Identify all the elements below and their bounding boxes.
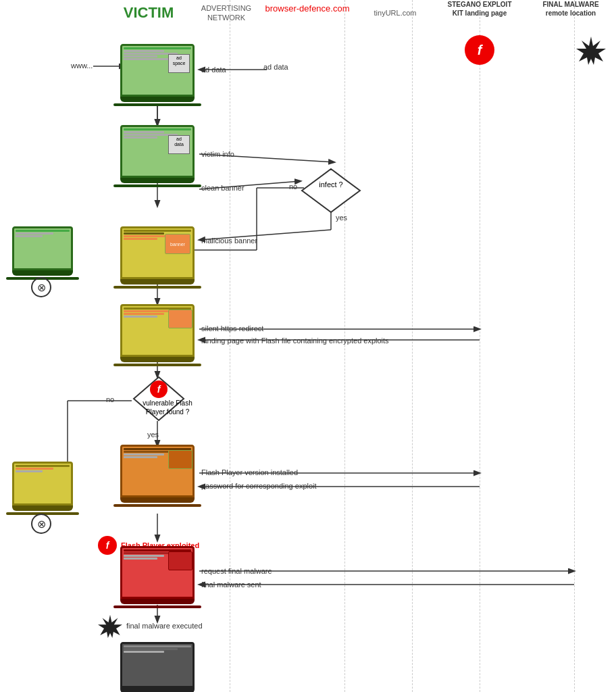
- col-tinyurl-header: tinyURL.com: [368, 8, 422, 18]
- vline-browser: [344, 0, 345, 692]
- yes2-label: yes: [147, 430, 159, 439]
- starburst-malware: [576, 35, 606, 65]
- laptop-red: [120, 546, 195, 608]
- ad-data-left-label: ad data: [201, 66, 226, 74]
- vline-tinyurl: [412, 0, 413, 692]
- landing-page-label: landing page with Flash file containing …: [201, 337, 389, 345]
- starburst-executed: [98, 614, 122, 638]
- clean-banner-label: clean banner: [201, 184, 245, 192]
- infect-label: infect ?: [319, 180, 342, 189]
- flash-exploited-icon: f: [98, 536, 117, 555]
- col-victim-header: VICTIM: [108, 3, 189, 23]
- svg-marker-0: [576, 36, 606, 65]
- vulnerable-flash-label: vulnerable Flash Player found ?: [134, 399, 201, 416]
- malicious-banner-label: malicious banner: [201, 237, 257, 245]
- diagram-container: VICTIM ADVERTISING NETWORK browser-defen…: [0, 0, 616, 692]
- no2-label: no: [106, 395, 114, 403]
- request-malware-label: request final malware: [201, 567, 272, 575]
- flash-version-label: Flash Player version installed: [201, 468, 298, 476]
- col-adnet-header: ADVERTISING NETWORK: [199, 3, 253, 23]
- x-circle-1: ⊗: [31, 277, 51, 297]
- infect-diamond: infect ?: [301, 168, 361, 214]
- silent-redirect-label: silent https redirect: [201, 324, 263, 332]
- laptop-no-flash: [12, 462, 73, 515]
- x-circle-2: ⊗: [31, 514, 51, 534]
- ad-data-box: addata: [168, 135, 190, 154]
- ad-data-right-label: ad data: [263, 63, 288, 71]
- www-label: www...: [71, 61, 93, 70]
- col-finalmalware-header: FINAL MALWARE remote location: [534, 0, 608, 18]
- col-browser-header: browser-defence.com: [263, 3, 351, 15]
- victim-info-label: victim info: [201, 150, 234, 158]
- laptop-1: adspace: [120, 44, 195, 106]
- vline-finalmalware: [574, 0, 575, 692]
- password-label: password for corresponding exploit: [201, 482, 317, 490]
- connections-svg: [0, 0, 616, 692]
- no1-label: no: [289, 182, 297, 191]
- laptop-no-path: [12, 226, 73, 280]
- flash-icon-stegano: f: [465, 35, 494, 65]
- svg-marker-27: [302, 169, 360, 212]
- yes1-label: yes: [336, 214, 347, 222]
- laptop-3: banner: [120, 226, 195, 289]
- ad-space-box: adspace: [168, 54, 190, 73]
- laptop-orange: [120, 445, 195, 507]
- final-malware-executed-group: final malware executed: [98, 614, 203, 638]
- vline-stegano: [480, 0, 480, 692]
- laptop-dark-final: [120, 642, 195, 692]
- laptop-2: addata: [120, 125, 195, 187]
- laptop-4: [120, 304, 195, 366]
- col-stegano-header: STEGANO EXPLOIT KIT landing page: [446, 0, 513, 18]
- final-malware-executed-label: final malware executed: [126, 622, 203, 630]
- svg-marker-29: [98, 615, 122, 638]
- final-malware-sent-label: final malware sent: [201, 580, 261, 589]
